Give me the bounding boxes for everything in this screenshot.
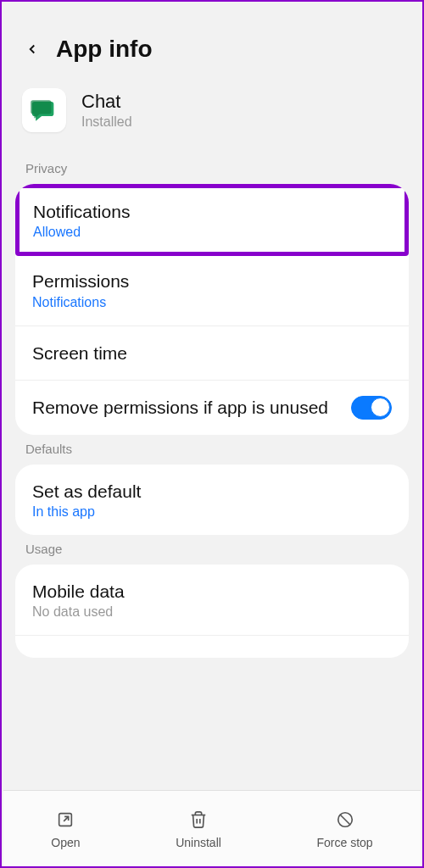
- row-screentime[interactable]: Screen time: [15, 326, 409, 381]
- row-title: Notifications: [33, 200, 391, 223]
- stop-icon: [334, 809, 356, 831]
- row-mobile-data[interactable]: Mobile data No data used: [15, 565, 409, 636]
- card-defaults: Set as default In this app: [15, 465, 409, 535]
- row-title: Screen time: [32, 342, 392, 364]
- app-summary: Chat Installed: [15, 88, 409, 154]
- section-title-privacy: Privacy: [15, 154, 409, 184]
- forcestop-label: Force stop: [317, 836, 373, 849]
- row-title: Remove permissions if app is unused: [32, 396, 351, 419]
- row-sub: In this app: [32, 504, 392, 520]
- card-usage: Mobile data No data used: [15, 565, 409, 658]
- row-set-default[interactable]: Set as default In this app: [15, 465, 409, 535]
- row-remove-permissions[interactable]: Remove permissions if app is unused: [15, 381, 409, 435]
- toggle-remove-permissions[interactable]: [351, 396, 392, 420]
- highlight-notifications: Notifications Allowed: [15, 184, 409, 256]
- row-permissions[interactable]: Permissions Notifications: [15, 254, 409, 326]
- app-icon: [22, 88, 66, 132]
- bottom-bar: Open Uninstall Force stop: [3, 790, 421, 866]
- row-sub: No data used: [32, 604, 392, 620]
- card-privacy: Notifications Allowed Permissions Notifi…: [15, 184, 409, 435]
- row-title: Set as default: [32, 480, 392, 503]
- header: App info: [15, 19, 409, 88]
- app-status: Installed: [81, 114, 132, 130]
- row-title: Mobile data: [32, 580, 392, 603]
- row-title: Permissions: [32, 270, 392, 292]
- page-title: App info: [56, 36, 153, 63]
- open-icon: [54, 809, 76, 831]
- svg-line-4: [340, 815, 349, 824]
- forcestop-button[interactable]: Force stop: [317, 809, 373, 849]
- app-name: Chat: [81, 91, 132, 113]
- row-partial: [15, 636, 409, 658]
- row-sub: Allowed: [33, 225, 391, 240]
- row-notifications[interactable]: Notifications Allowed: [20, 188, 404, 252]
- open-button[interactable]: Open: [51, 809, 80, 849]
- trash-icon: [187, 809, 209, 831]
- row-sub: Notifications: [32, 295, 392, 310]
- uninstall-button[interactable]: Uninstall: [176, 809, 221, 849]
- open-label: Open: [51, 836, 80, 849]
- section-title-usage: Usage: [15, 535, 409, 565]
- back-icon[interactable]: [22, 39, 42, 59]
- section-title-defaults: Defaults: [15, 435, 409, 465]
- uninstall-label: Uninstall: [176, 836, 221, 849]
